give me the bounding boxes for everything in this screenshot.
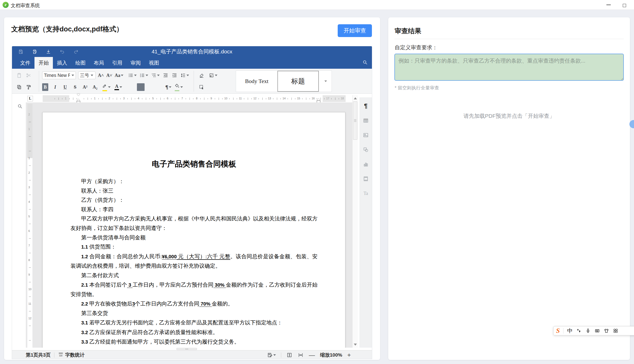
ime-menu-icon[interactable] <box>613 328 618 334</box>
shapes-icon[interactable] <box>363 147 369 153</box>
fit-page-button[interactable] <box>286 351 292 359</box>
change-case-button[interactable]: Aa <box>115 72 123 79</box>
print-icon[interactable] <box>32 49 37 54</box>
decrease-indent-button[interactable] <box>162 72 169 79</box>
zoom-level[interactable]: 缩放100% <box>320 352 342 358</box>
menu-tab[interactable]: 绘图 <box>71 57 90 69</box>
vertical-scrollbar[interactable] <box>352 95 358 348</box>
scrollbar-thumb[interactable] <box>353 101 357 140</box>
menu-tab[interactable]: 插入 <box>53 57 71 69</box>
grow-font-button[interactable]: A˄ <box>98 72 104 79</box>
cut-button[interactable] <box>26 72 32 79</box>
document-page[interactable]: 电子产品类销售合同模板甲方（采购方）：联系人：张三乙方（供货方）：联系人：李四甲… <box>42 112 345 348</box>
format-painter-button[interactable] <box>26 83 32 91</box>
custom-review-input[interactable] <box>394 54 624 81</box>
bold-button[interactable]: B <box>42 83 48 91</box>
paste-special-button[interactable] <box>16 83 22 91</box>
highlight-color-button[interactable] <box>102 83 111 91</box>
align-left-button[interactable] <box>128 83 134 91</box>
save-icon[interactable] <box>18 49 24 54</box>
style-gallery-more-button[interactable] <box>319 71 332 92</box>
bullet-list-button[interactable] <box>128 72 137 79</box>
fit-width-button[interactable] <box>298 351 304 359</box>
chart-icon[interactable] <box>363 161 369 167</box>
italic-button[interactable]: I <box>52 83 58 91</box>
zoom-out-button[interactable]: — <box>309 352 315 358</box>
app-window: e 文档审查系统 文档预览（支持doc,docx,pdf格式） 开始审查 41_… <box>0 0 634 364</box>
minimize-icon <box>606 5 611 5</box>
style-body-text[interactable]: Body Text <box>236 71 277 92</box>
ime-skin-icon[interactable] <box>604 328 609 334</box>
pilcrow-icon[interactable]: ¶ <box>363 103 369 109</box>
scroll-down-icon[interactable] <box>354 344 357 346</box>
line-spacing-button[interactable] <box>180 72 189 79</box>
window-titlebar: e 文档审查系统 <box>0 0 634 10</box>
menu-tab[interactable]: 审阅 <box>126 57 145 69</box>
paste-button[interactable] <box>16 72 22 79</box>
panel-divider <box>394 39 624 39</box>
ime-language-toggle[interactable]: 中 <box>567 327 572 334</box>
superscript-button[interactable]: A² <box>82 83 88 91</box>
shading-fill-button[interactable] <box>174 83 183 91</box>
menu-tab[interactable]: 布局 <box>90 57 108 69</box>
table-icon[interactable] <box>363 118 369 124</box>
style-heading[interactable]: 标题 <box>277 71 319 92</box>
justify-button[interactable] <box>156 83 162 91</box>
restore-button[interactable] <box>619 0 630 10</box>
redo-icon[interactable] <box>73 49 79 54</box>
minimize-button[interactable] <box>603 0 614 10</box>
review-panel-title: 审查结果 <box>395 27 421 36</box>
find-icon[interactable] <box>17 103 23 110</box>
border-shading-button[interactable] <box>209 72 217 79</box>
undo-icon[interactable] <box>60 49 65 54</box>
download-icon[interactable] <box>46 49 51 54</box>
font-size-select[interactable]: 三号 <box>78 72 96 79</box>
doc-paragraph: 乙方（供货方）： <box>71 195 318 205</box>
chevron-down-icon <box>120 86 122 88</box>
menu-tab[interactable]: 文件 <box>16 57 34 69</box>
increase-indent-button[interactable] <box>171 72 178 79</box>
zoom-in-button[interactable]: + <box>347 352 351 358</box>
text-effects-icon[interactable]: Ta <box>363 190 369 196</box>
horizontal-scrollbar-thumb[interactable] <box>177 348 197 350</box>
ime-punctuation-icon[interactable] <box>576 328 582 334</box>
search-icon[interactable] <box>362 60 368 66</box>
ime-microphone-icon[interactable] <box>585 328 591 334</box>
indent-marker[interactable] <box>77 94 80 103</box>
document-canvas[interactable]: 21123456789101112 电子产品类销售合同模板甲方（采购方）：联系人… <box>26 102 352 348</box>
align-center-button[interactable] <box>137 83 145 91</box>
underline-button[interactable]: U <box>62 83 68 91</box>
align-right-button[interactable] <box>147 83 154 91</box>
navigation-pane-icon[interactable] <box>17 118 23 124</box>
header-footer-icon[interactable] <box>363 176 369 182</box>
select-button[interactable] <box>198 83 205 91</box>
ime-logo-icon[interactable]: S <box>556 327 560 335</box>
menu-tab[interactable]: 引用 <box>108 57 126 69</box>
font-color-button[interactable]: A <box>114 83 122 91</box>
scroll-up-icon[interactable] <box>354 97 357 99</box>
start-review-button[interactable]: 开始审查 <box>338 24 372 37</box>
floating-widget-handle[interactable] <box>629 120 634 128</box>
doc-paragraph: 联系人：李四 <box>71 205 318 214</box>
tab-stop-selector[interactable]: L <box>27 96 33 101</box>
doc-paragraph: 甲乙双方就甲方向乙方采购无人机事宜，根据《中华人民共和国民法典》以及相关法律法规… <box>71 214 318 233</box>
word-count-button[interactable]: 123 字数统计 <box>58 352 85 359</box>
page-indicator[interactable]: 第1页共3页 <box>26 352 51 358</box>
strikethrough-button[interactable]: S <box>72 83 78 91</box>
doc-paragraph: 2.1 本合同签订后个 3 工作日内，甲方应向乙方预付合同 30% 金额的作为订… <box>71 280 318 299</box>
review-note: * 留空则执行全量审查 <box>395 85 439 91</box>
numbered-list-button[interactable]: 123 <box>139 72 148 79</box>
doc-paragraph: 甲方（采购方）： <box>71 177 318 186</box>
subscript-button[interactable]: A₂ <box>92 83 98 91</box>
menu-tab[interactable]: 视图 <box>145 57 163 69</box>
show-marks-button[interactable]: ¶ <box>165 83 171 91</box>
menu-tab[interactable]: 开始 <box>34 57 53 69</box>
right-indent-marker[interactable] <box>317 98 320 102</box>
multilevel-list-button[interactable] <box>151 72 160 79</box>
font-name-select[interactable]: Times New R <box>42 72 76 79</box>
shrink-font-button[interactable]: A˅ <box>106 72 112 79</box>
edit-mode-button[interactable] <box>267 351 276 359</box>
clear-format-button[interactable] <box>198 72 205 79</box>
ime-keyboard-icon[interactable] <box>594 328 600 334</box>
image-icon[interactable] <box>363 132 369 138</box>
